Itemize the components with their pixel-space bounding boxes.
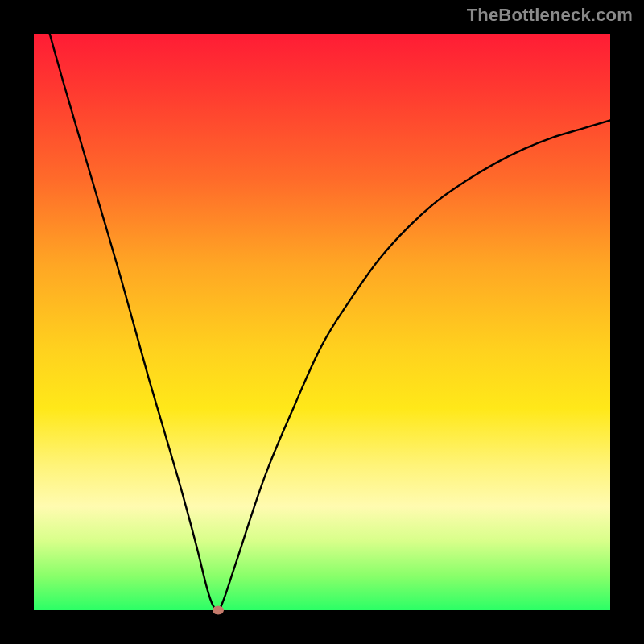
plot-area <box>34 34 610 610</box>
bottleneck-curve <box>34 34 610 610</box>
optimal-point-marker <box>213 606 224 615</box>
watermark-text: TheBottleneck.com <box>467 5 633 26</box>
chart-frame: TheBottleneck.com <box>0 0 644 644</box>
